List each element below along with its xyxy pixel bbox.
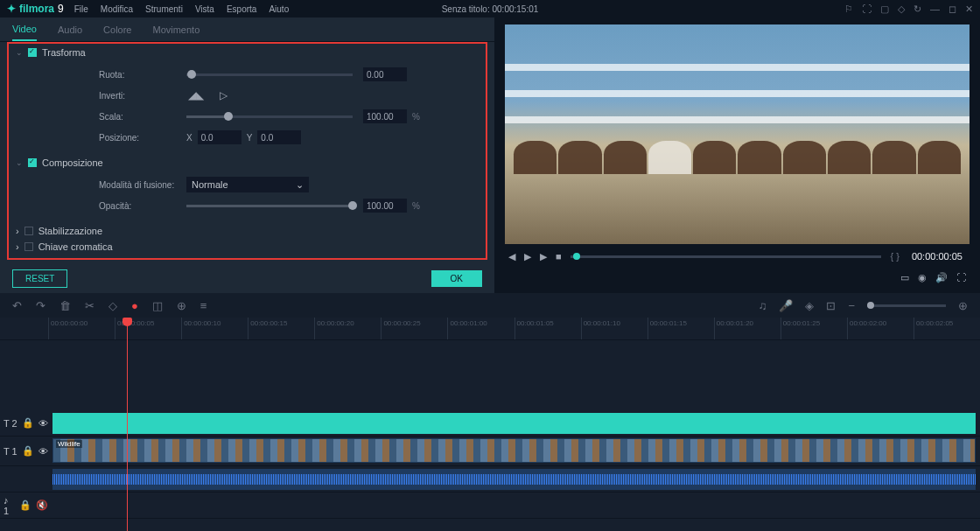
scale-label: Scala: [99, 112, 186, 122]
section-lens[interactable]: › Correzione delle lenti [16, 257, 479, 260]
cut-icon[interactable]: ✂ [85, 299, 94, 312]
position-label: Posizione: [99, 133, 186, 143]
y-label: Y [247, 133, 253, 143]
playback-controls: ◀ ▶ ▶ ■ { } 00:00:00:05 [505, 244, 970, 269]
flip-horizontal-icon[interactable]: ◢◣ [188, 89, 204, 101]
compose-title: Composizione [42, 157, 103, 168]
menu-edit[interactable]: Modifica [101, 4, 133, 14]
more-icon[interactable]: ≡ [200, 299, 207, 312]
clip-audio[interactable] [52, 469, 976, 490]
preview-viewport[interactable] [505, 24, 970, 244]
eye-icon[interactable]: 👁 [38, 418, 48, 429]
reset-button[interactable]: RESET [12, 269, 67, 288]
lock-icon[interactable]: 🔒 [19, 500, 32, 511]
crop-icon[interactable]: ◫ [152, 299, 163, 312]
next-frame-icon[interactable]: ▶ [540, 251, 547, 262]
lens-checkbox[interactable] [24, 258, 33, 260]
section-stabilization[interactable]: › Stabilizzazione [16, 226, 479, 236]
delete-icon[interactable]: 🗑 [60, 299, 71, 312]
stop-icon[interactable]: ■ [556, 251, 562, 262]
tab-color[interactable]: Colore [103, 17, 131, 41]
cloud-icon[interactable]: ▢ [880, 3, 889, 15]
position-x-input[interactable] [198, 130, 242, 144]
menu-file[interactable]: File [74, 4, 88, 14]
tab-motion[interactable]: Movimento [152, 17, 200, 41]
track-a1[interactable]: ♪ 1🔒🔇 [0, 493, 980, 519]
chevron-down-icon[interactable]: ⌄ [16, 48, 23, 57]
blend-select[interactable]: Normale ⌄ [186, 177, 309, 192]
mixer-icon[interactable]: ♫ [759, 299, 767, 312]
timeline-ruler[interactable]: 00:00:00:00 00:00:00:05 00:00:00:10 00:0… [0, 318, 980, 340]
help-icon[interactable]: ↻ [914, 3, 921, 15]
rotate-slider[interactable] [186, 73, 353, 76]
snapshot-icon[interactable]: ◉ [918, 272, 927, 283]
menu-export[interactable]: Esporta [227, 4, 256, 14]
tab-audio[interactable]: Audio [58, 17, 82, 41]
maximize-icon[interactable]: ◻ [948, 3, 956, 15]
timeline: 00:00:00:00 00:00:00:05 00:00:00:10 00:0… [0, 318, 980, 531]
redo-icon[interactable]: ↷ [36, 299, 46, 312]
mic-icon[interactable]: 🎤 [779, 299, 793, 312]
record-icon[interactable]: ● [131, 299, 138, 312]
progress-bar[interactable] [570, 255, 882, 258]
scale-slider[interactable] [186, 115, 353, 118]
flip-label: Inverti: [99, 91, 186, 101]
marker-icon[interactable]: ◇ [108, 299, 117, 312]
highlighted-area: ⌄ Trasforma Ruota: Inverti: ◢◣ ▷ [7, 42, 487, 260]
volume-icon[interactable]: 🔊 [935, 272, 948, 283]
cart-icon[interactable]: ⛶ [862, 3, 872, 14]
opacity-unit: % [412, 201, 420, 211]
stab-checkbox[interactable] [24, 227, 33, 235]
app-version: 9 [58, 3, 64, 15]
playhead[interactable] [127, 318, 128, 531]
prev-frame-icon[interactable]: ◀ [508, 251, 515, 262]
menu-help[interactable]: Aiuto [269, 4, 289, 14]
clip-effect[interactable] [52, 413, 976, 434]
zoom-in-icon[interactable]: ⊕ [958, 299, 968, 312]
ok-button[interactable]: OK [431, 270, 482, 287]
timeline-toolbar: ↶ ↷ 🗑 ✂ ◇ ● ◫ ⊕ ≡ ♫ 🎤 ◈ ⊡ − ⊕ [0, 293, 980, 318]
tab-video[interactable]: Video [12, 17, 37, 41]
eye-icon[interactable]: 👁 [38, 446, 48, 457]
close-icon[interactable]: ✕ [965, 3, 973, 15]
bracket-icon[interactable]: { } [890, 251, 899, 262]
chevron-down-icon[interactable]: ⌄ [16, 158, 23, 167]
zoom-out-icon[interactable]: − [848, 299, 855, 312]
opacity-slider[interactable] [186, 205, 353, 207]
play-icon[interactable]: ▶ [524, 251, 531, 262]
clip-video[interactable]: Wildlife [52, 438, 976, 463]
position-y-input[interactable] [257, 130, 301, 144]
minimize-icon[interactable]: — [930, 3, 940, 14]
notif-icon[interactable]: ◇ [898, 3, 905, 15]
preview-panel: ◀ ▶ ▶ ■ { } 00:00:00:05 ▭ ◉ 🔊 ⛶ [494, 17, 980, 293]
zoom-slider[interactable] [867, 304, 946, 307]
marker2-icon[interactable]: ◈ [805, 299, 814, 312]
stab-title: Stabilizzazione [38, 226, 102, 236]
opacity-input[interactable] [363, 199, 407, 213]
scale-unit: % [412, 112, 420, 122]
fullscreen-icon[interactable]: ⛶ [956, 272, 966, 283]
mute-icon[interactable]: 🔇 [36, 500, 48, 511]
lock-icon[interactable]: 🔒 [22, 445, 34, 457]
scale-input[interactable] [363, 109, 407, 123]
fit-icon[interactable]: ⊡ [826, 299, 836, 312]
speed-icon[interactable]: ⊕ [177, 299, 186, 312]
undo-icon[interactable]: ↶ [12, 299, 22, 312]
compose-checkbox[interactable] [28, 158, 37, 167]
screenshot-icon[interactable]: ▭ [900, 272, 909, 283]
chroma-checkbox[interactable] [24, 242, 33, 251]
properties-panel: Video Audio Colore Movimento ⌄ Trasforma… [0, 17, 494, 293]
track-t1[interactable]: T 1🔒👁 Wildlife [0, 437, 980, 466]
section-chroma[interactable]: › Chiave cromatica [16, 241, 479, 252]
titlebar-actions: ⚐ ⛶ ▢ ◇ ↻ — ◻ ✕ [844, 3, 973, 15]
lock-icon[interactable]: 🔒 [22, 417, 34, 429]
transform-checkbox[interactable] [28, 48, 37, 57]
menu-tools[interactable]: Strumenti [145, 4, 183, 14]
track-t2[interactable]: T 2🔒👁 [0, 410, 980, 437]
rotate-input[interactable] [363, 67, 407, 81]
tracks-area: T 2🔒👁 T 1🔒👁 Wildlife ♪ 1🔒🔇 [0, 340, 980, 531]
menu-view[interactable]: Vista [195, 4, 214, 14]
track-audio-inline[interactable] [0, 466, 980, 493]
flip-vertical-icon[interactable]: ▷ [220, 89, 228, 101]
user-icon[interactable]: ⚐ [844, 3, 853, 15]
